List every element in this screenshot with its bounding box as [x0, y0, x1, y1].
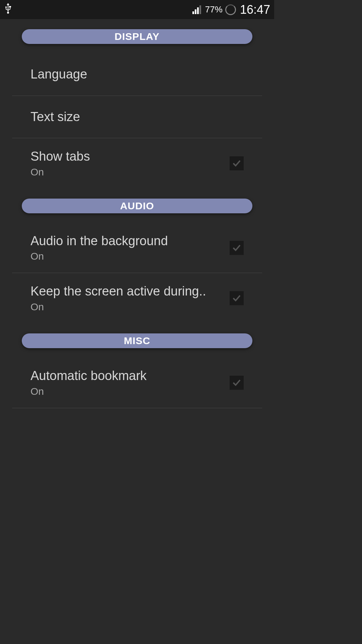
section-header-misc: MISC: [22, 333, 252, 348]
setting-text-size[interactable]: Text size: [12, 96, 262, 139]
setting-title: Text size: [31, 109, 244, 125]
checkbox-audio-background[interactable]: [230, 241, 244, 255]
setting-subtitle: On: [31, 386, 223, 397]
setting-show-tabs[interactable]: Show tabs On: [12, 138, 262, 189]
check-icon: [232, 378, 241, 387]
setting-automatic-bookmark[interactable]: Automatic bookmark On: [12, 358, 262, 408]
signal-icon: [192, 5, 202, 14]
check-icon: [232, 159, 241, 168]
battery-percent: 77%: [205, 4, 223, 15]
usb-icon: [4, 2, 12, 17]
status-right: 77% 16:47: [192, 3, 270, 17]
status-bar: 77% 16:47: [0, 0, 274, 19]
check-icon: [232, 243, 241, 253]
setting-title: Language: [31, 67, 244, 82]
svg-rect-0: [192, 11, 194, 14]
checkbox-automatic-bookmark[interactable]: [230, 376, 244, 390]
checkbox-show-tabs[interactable]: [230, 156, 244, 170]
svg-rect-3: [199, 5, 201, 14]
check-icon: [232, 293, 241, 303]
settings-content: DISPLAY Language Text size Show tabs On …: [0, 29, 274, 408]
setting-title: Audio in the background: [31, 233, 223, 249]
section-header-display: DISPLAY: [22, 29, 252, 44]
setting-audio-background[interactable]: Audio in the background On: [12, 223, 262, 273]
loading-spinner-icon: [225, 4, 236, 15]
setting-subtitle: On: [31, 301, 223, 313]
setting-language[interactable]: Language: [12, 53, 262, 96]
setting-subtitle: On: [31, 251, 223, 262]
setting-subtitle: On: [31, 166, 223, 178]
setting-title: Automatic bookmark: [31, 368, 223, 384]
svg-rect-1: [195, 9, 196, 14]
section-header-audio: AUDIO: [22, 199, 252, 213]
setting-title: Keep the screen active during..: [31, 284, 223, 299]
setting-keep-screen-active[interactable]: Keep the screen active during.. On: [12, 273, 262, 323]
clock-time: 16:47: [240, 3, 270, 17]
setting-title: Show tabs: [31, 149, 223, 164]
svg-rect-2: [197, 7, 199, 14]
checkbox-keep-screen-active[interactable]: [230, 291, 244, 305]
